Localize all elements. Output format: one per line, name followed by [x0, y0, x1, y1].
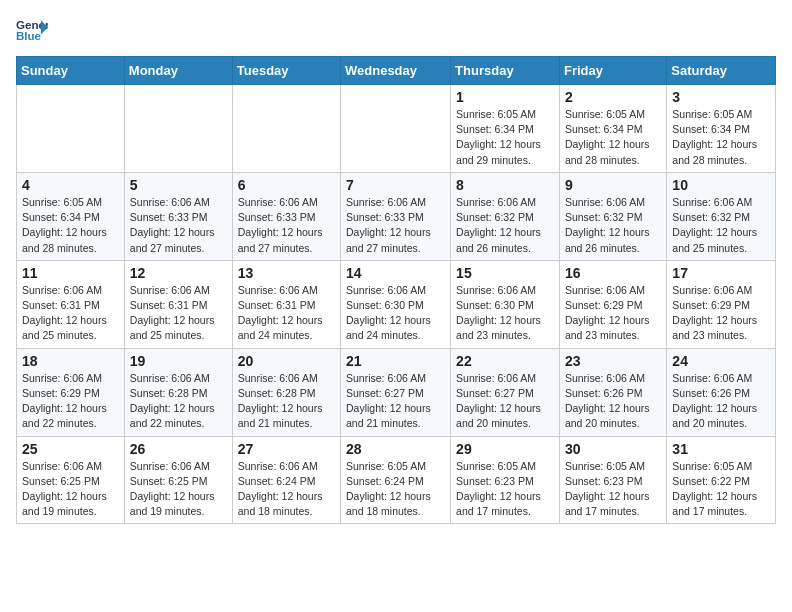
calendar-cell: 15Sunrise: 6:06 AMSunset: 6:30 PMDayligh…	[451, 260, 560, 348]
day-number: 3	[672, 89, 770, 105]
day-number: 4	[22, 177, 119, 193]
calendar-cell: 14Sunrise: 6:06 AMSunset: 6:30 PMDayligh…	[341, 260, 451, 348]
calendar-cell: 16Sunrise: 6:06 AMSunset: 6:29 PMDayligh…	[559, 260, 666, 348]
calendar-cell: 20Sunrise: 6:06 AMSunset: 6:28 PMDayligh…	[232, 348, 340, 436]
day-header-tuesday: Tuesday	[232, 57, 340, 85]
day-info: Sunrise: 6:06 AMSunset: 6:28 PMDaylight:…	[130, 371, 227, 432]
calendar-cell: 23Sunrise: 6:06 AMSunset: 6:26 PMDayligh…	[559, 348, 666, 436]
calendar-cell	[232, 85, 340, 173]
day-number: 10	[672, 177, 770, 193]
day-info: Sunrise: 6:06 AMSunset: 6:31 PMDaylight:…	[22, 283, 119, 344]
calendar-cell: 28Sunrise: 6:05 AMSunset: 6:24 PMDayligh…	[341, 436, 451, 524]
calendar-cell: 30Sunrise: 6:05 AMSunset: 6:23 PMDayligh…	[559, 436, 666, 524]
day-number: 27	[238, 441, 335, 457]
calendar-cell	[124, 85, 232, 173]
calendar-cell	[17, 85, 125, 173]
day-number: 8	[456, 177, 554, 193]
logo: General Blue	[16, 16, 48, 44]
day-number: 23	[565, 353, 661, 369]
week-row-4: 18Sunrise: 6:06 AMSunset: 6:29 PMDayligh…	[17, 348, 776, 436]
week-row-1: 1Sunrise: 6:05 AMSunset: 6:34 PMDaylight…	[17, 85, 776, 173]
day-info: Sunrise: 6:06 AMSunset: 6:28 PMDaylight:…	[238, 371, 335, 432]
day-header-wednesday: Wednesday	[341, 57, 451, 85]
calendar-cell: 11Sunrise: 6:06 AMSunset: 6:31 PMDayligh…	[17, 260, 125, 348]
calendar-cell: 27Sunrise: 6:06 AMSunset: 6:24 PMDayligh…	[232, 436, 340, 524]
day-number: 15	[456, 265, 554, 281]
day-header-friday: Friday	[559, 57, 666, 85]
day-info: Sunrise: 6:06 AMSunset: 6:26 PMDaylight:…	[672, 371, 770, 432]
day-number: 7	[346, 177, 445, 193]
day-number: 11	[22, 265, 119, 281]
calendar-cell: 18Sunrise: 6:06 AMSunset: 6:29 PMDayligh…	[17, 348, 125, 436]
day-number: 29	[456, 441, 554, 457]
calendar-cell: 8Sunrise: 6:06 AMSunset: 6:32 PMDaylight…	[451, 172, 560, 260]
day-info: Sunrise: 6:06 AMSunset: 6:29 PMDaylight:…	[672, 283, 770, 344]
day-info: Sunrise: 6:06 AMSunset: 6:31 PMDaylight:…	[238, 283, 335, 344]
day-header-row: SundayMondayTuesdayWednesdayThursdayFrid…	[17, 57, 776, 85]
day-info: Sunrise: 6:06 AMSunset: 6:33 PMDaylight:…	[238, 195, 335, 256]
week-row-3: 11Sunrise: 6:06 AMSunset: 6:31 PMDayligh…	[17, 260, 776, 348]
calendar-table: SundayMondayTuesdayWednesdayThursdayFrid…	[16, 56, 776, 524]
day-number: 12	[130, 265, 227, 281]
day-number: 1	[456, 89, 554, 105]
calendar-cell: 12Sunrise: 6:06 AMSunset: 6:31 PMDayligh…	[124, 260, 232, 348]
day-info: Sunrise: 6:06 AMSunset: 6:29 PMDaylight:…	[565, 283, 661, 344]
day-info: Sunrise: 6:05 AMSunset: 6:24 PMDaylight:…	[346, 459, 445, 520]
day-number: 14	[346, 265, 445, 281]
calendar-cell: 24Sunrise: 6:06 AMSunset: 6:26 PMDayligh…	[667, 348, 776, 436]
day-info: Sunrise: 6:06 AMSunset: 6:29 PMDaylight:…	[22, 371, 119, 432]
day-number: 16	[565, 265, 661, 281]
calendar-cell: 1Sunrise: 6:05 AMSunset: 6:34 PMDaylight…	[451, 85, 560, 173]
calendar-cell: 26Sunrise: 6:06 AMSunset: 6:25 PMDayligh…	[124, 436, 232, 524]
day-info: Sunrise: 6:06 AMSunset: 6:31 PMDaylight:…	[130, 283, 227, 344]
day-header-saturday: Saturday	[667, 57, 776, 85]
calendar-cell: 9Sunrise: 6:06 AMSunset: 6:32 PMDaylight…	[559, 172, 666, 260]
day-number: 28	[346, 441, 445, 457]
calendar-cell: 29Sunrise: 6:05 AMSunset: 6:23 PMDayligh…	[451, 436, 560, 524]
day-info: Sunrise: 6:06 AMSunset: 6:27 PMDaylight:…	[456, 371, 554, 432]
day-info: Sunrise: 6:05 AMSunset: 6:34 PMDaylight:…	[22, 195, 119, 256]
day-info: Sunrise: 6:06 AMSunset: 6:25 PMDaylight:…	[22, 459, 119, 520]
svg-text:Blue: Blue	[16, 30, 42, 42]
day-number: 25	[22, 441, 119, 457]
day-number: 18	[22, 353, 119, 369]
day-number: 9	[565, 177, 661, 193]
day-header-thursday: Thursday	[451, 57, 560, 85]
calendar-cell: 31Sunrise: 6:05 AMSunset: 6:22 PMDayligh…	[667, 436, 776, 524]
day-number: 19	[130, 353, 227, 369]
day-info: Sunrise: 6:05 AMSunset: 6:34 PMDaylight:…	[672, 107, 770, 168]
day-info: Sunrise: 6:05 AMSunset: 6:23 PMDaylight:…	[565, 459, 661, 520]
calendar-cell: 25Sunrise: 6:06 AMSunset: 6:25 PMDayligh…	[17, 436, 125, 524]
calendar-cell: 3Sunrise: 6:05 AMSunset: 6:34 PMDaylight…	[667, 85, 776, 173]
day-info: Sunrise: 6:06 AMSunset: 6:32 PMDaylight:…	[456, 195, 554, 256]
day-info: Sunrise: 6:06 AMSunset: 6:26 PMDaylight:…	[565, 371, 661, 432]
day-number: 20	[238, 353, 335, 369]
day-info: Sunrise: 6:05 AMSunset: 6:23 PMDaylight:…	[456, 459, 554, 520]
calendar-cell: 2Sunrise: 6:05 AMSunset: 6:34 PMDaylight…	[559, 85, 666, 173]
day-header-monday: Monday	[124, 57, 232, 85]
day-info: Sunrise: 6:05 AMSunset: 6:34 PMDaylight:…	[565, 107, 661, 168]
day-info: Sunrise: 6:06 AMSunset: 6:30 PMDaylight:…	[456, 283, 554, 344]
logo-icon: General Blue	[16, 16, 48, 44]
day-info: Sunrise: 6:06 AMSunset: 6:24 PMDaylight:…	[238, 459, 335, 520]
calendar-cell: 17Sunrise: 6:06 AMSunset: 6:29 PMDayligh…	[667, 260, 776, 348]
day-number: 22	[456, 353, 554, 369]
calendar-cell: 10Sunrise: 6:06 AMSunset: 6:32 PMDayligh…	[667, 172, 776, 260]
week-row-2: 4Sunrise: 6:05 AMSunset: 6:34 PMDaylight…	[17, 172, 776, 260]
day-info: Sunrise: 6:06 AMSunset: 6:30 PMDaylight:…	[346, 283, 445, 344]
calendar-cell: 4Sunrise: 6:05 AMSunset: 6:34 PMDaylight…	[17, 172, 125, 260]
calendar-cell: 22Sunrise: 6:06 AMSunset: 6:27 PMDayligh…	[451, 348, 560, 436]
day-header-sunday: Sunday	[17, 57, 125, 85]
day-number: 26	[130, 441, 227, 457]
calendar-cell: 21Sunrise: 6:06 AMSunset: 6:27 PMDayligh…	[341, 348, 451, 436]
week-row-5: 25Sunrise: 6:06 AMSunset: 6:25 PMDayligh…	[17, 436, 776, 524]
calendar-cell	[341, 85, 451, 173]
header: General Blue	[16, 16, 776, 44]
day-number: 5	[130, 177, 227, 193]
day-number: 21	[346, 353, 445, 369]
day-info: Sunrise: 6:05 AMSunset: 6:22 PMDaylight:…	[672, 459, 770, 520]
calendar-cell: 7Sunrise: 6:06 AMSunset: 6:33 PMDaylight…	[341, 172, 451, 260]
calendar-cell: 13Sunrise: 6:06 AMSunset: 6:31 PMDayligh…	[232, 260, 340, 348]
day-info: Sunrise: 6:06 AMSunset: 6:32 PMDaylight:…	[672, 195, 770, 256]
day-info: Sunrise: 6:06 AMSunset: 6:33 PMDaylight:…	[130, 195, 227, 256]
